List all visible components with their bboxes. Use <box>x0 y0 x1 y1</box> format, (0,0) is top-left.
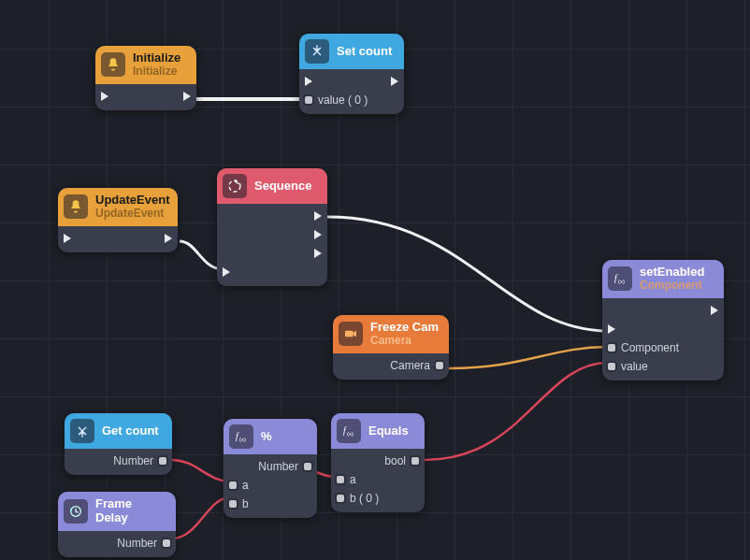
a-in[interactable] <box>337 476 344 483</box>
bell-icon <box>101 52 125 77</box>
var-icon <box>305 39 329 64</box>
node-title: Get count <box>102 424 159 438</box>
node-title: UpdateEvent <box>95 194 169 208</box>
exec-in[interactable] <box>101 92 108 101</box>
delay-icon <box>64 499 88 524</box>
varget-icon <box>70 419 94 443</box>
camera-icon <box>339 322 363 346</box>
exec-out-1[interactable] <box>314 230 322 239</box>
node-title: Equals <box>368 424 409 438</box>
node-modulo[interactable]: f(x) % Number a b <box>224 419 317 518</box>
exec-out[interactable] <box>183 92 191 101</box>
node-freeze-cam[interactable]: Freeze Cam Camera Camera <box>333 315 449 380</box>
node-sequence[interactable]: Sequence <box>217 168 327 286</box>
node-title: Sequence <box>254 179 311 194</box>
port-label: bool <box>384 454 406 467</box>
a-in[interactable] <box>229 481 237 489</box>
seq-icon <box>223 174 247 198</box>
value-in[interactable] <box>608 363 615 370</box>
bool-out[interactable] <box>411 457 419 465</box>
fx-icon: f(x) <box>229 424 253 449</box>
node-initialize[interactable]: Initialize Initialize <box>95 46 196 110</box>
port-label: b ( 0 ) <box>350 492 379 505</box>
node-get-count[interactable]: Get count Number <box>65 413 172 475</box>
exec-out-0[interactable] <box>314 211 322 221</box>
bell-icon <box>64 194 88 219</box>
node-title: Frame Delay <box>95 497 166 525</box>
exec-in[interactable] <box>64 234 71 243</box>
svg-text:(x): (x) <box>347 431 353 437</box>
port-label: a <box>242 479 249 492</box>
node-subtitle: Camera <box>370 335 439 348</box>
node-update-event[interactable]: UpdateEvent UpdateEvent <box>58 188 178 252</box>
port-label: Camera <box>390 359 430 372</box>
node-title: setEnabled <box>640 266 704 280</box>
exec-in[interactable] <box>223 267 230 277</box>
node-subtitle: UpdateEvent <box>95 208 169 221</box>
node-frame-delay[interactable]: Frame Delay Number <box>58 492 176 557</box>
fx-icon: f(x) <box>337 419 361 443</box>
b-in[interactable] <box>229 500 237 508</box>
number-out[interactable] <box>163 539 170 547</box>
port-label: Number <box>258 460 298 473</box>
camera-out[interactable] <box>436 362 443 369</box>
svg-rect-3 <box>345 331 353 337</box>
node-title: Freeze Cam <box>370 321 439 335</box>
svg-text:(x): (x) <box>239 437 246 442</box>
port-label: a <box>350 473 356 486</box>
svg-text:(x): (x) <box>618 279 625 284</box>
node-equals[interactable]: f(x) Equals bool a b ( 0 ) <box>331 413 425 512</box>
number-out[interactable] <box>159 457 166 465</box>
fx-icon: f(x) <box>608 266 632 291</box>
component-in[interactable] <box>608 344 615 352</box>
port-label: value <box>621 360 648 373</box>
exec-out-2[interactable] <box>314 249 322 258</box>
exec-out[interactable] <box>391 77 398 86</box>
port-label: Number <box>113 454 153 467</box>
node-subtitle: Initialize <box>133 65 180 79</box>
exec-out[interactable] <box>711 306 718 315</box>
node-set-enabled[interactable]: f(x) setEnabled Component Component valu… <box>602 260 724 381</box>
node-title: Initialize <box>133 51 180 65</box>
node-title: Set count <box>337 45 392 59</box>
node-subtitle: Component <box>640 280 704 293</box>
node-title: % <box>261 430 272 444</box>
b-in[interactable] <box>337 495 344 502</box>
value-in[interactable] <box>305 96 312 104</box>
exec-in[interactable] <box>305 77 312 86</box>
exec-out[interactable] <box>165 234 172 243</box>
port-label: b <box>242 497 249 510</box>
port-label: Component <box>621 341 679 354</box>
port-label: Number <box>117 537 157 550</box>
node-set-count[interactable]: Set count value ( 0 ) <box>299 34 404 114</box>
port-label: value ( 0 ) <box>318 93 368 107</box>
number-out[interactable] <box>304 463 311 470</box>
exec-in[interactable] <box>608 324 615 334</box>
